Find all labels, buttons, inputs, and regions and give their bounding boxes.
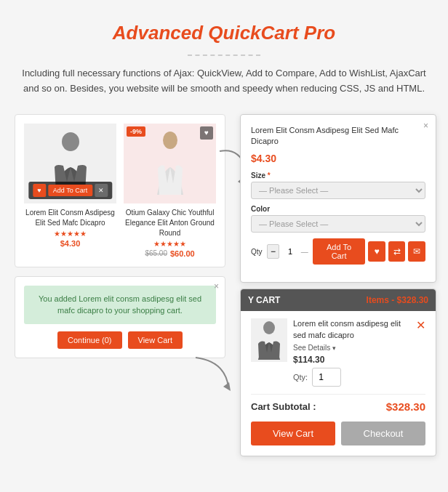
product-image-2: -9% ♥ bbox=[124, 124, 216, 203]
cart-divider bbox=[251, 394, 425, 395]
product-card-2: -9% ♥ Otium Galaxy Chic Youthful Eleganc… bbox=[124, 124, 216, 258]
quickview-compare-button[interactable]: ⇄ bbox=[388, 241, 406, 262]
quickview-panel: × Lorem Elit Consm Asdipesg Elit Sed Maf… bbox=[240, 114, 436, 283]
wishlist-icon-2[interactable]: ♥ bbox=[200, 126, 213, 140]
see-details-link[interactable]: See Details ▾ bbox=[293, 344, 410, 352]
qty-minus-button[interactable]: − bbox=[267, 244, 280, 259]
svg-point-1 bbox=[163, 132, 177, 149]
color-select[interactable]: — Please Select — bbox=[251, 215, 425, 233]
product-price-new-2: $60.00 bbox=[170, 249, 195, 258]
cart-subtotal-label: Cart Subtotal : bbox=[251, 401, 316, 412]
svg-point-0 bbox=[62, 132, 79, 151]
product-card-1: ♥ Add To Cart ✕ Lorem Elit Consm Asdipes… bbox=[24, 124, 116, 258]
product-name-1: Lorem Elit Consm Asdipesg Elit Sed Mafc … bbox=[24, 208, 116, 228]
add-to-cart-button-1[interactable]: Add To Cart bbox=[48, 185, 92, 196]
page-title: Advanced QuickCart Pro bbox=[113, 22, 335, 44]
add-to-cart-bar: ♥ Add To Cart ✕ bbox=[28, 182, 112, 199]
sale-badge: -9% bbox=[127, 126, 145, 137]
cart-qty-input[interactable] bbox=[312, 368, 341, 387]
left-column: ♥ Add To Cart ✕ Lorem Elit Consm Asdipes… bbox=[15, 114, 225, 358]
chevron-down-icon: ▾ bbox=[332, 344, 336, 352]
demo-area: ♥ Add To Cart ✕ Lorem Elit Consm Asdipes… bbox=[15, 114, 433, 457]
svg-marker-3 bbox=[223, 382, 231, 391]
quickview-title: Lorem Elit Consm Asdipesg Elit Sed Mafc … bbox=[251, 125, 425, 148]
size-select[interactable]: — Please Select — bbox=[251, 182, 425, 199]
cart-item-name: Lorem elit consm asdipesg elit sed mafc … bbox=[293, 318, 410, 341]
notification-panel: × You added Lorem elit consm asdipesg el… bbox=[15, 276, 225, 358]
quickview-wishlist-button[interactable]: ♥ bbox=[368, 241, 385, 262]
cart-items-count: Items - $328.30 bbox=[367, 295, 428, 305]
cart-header-title: Y CART bbox=[248, 295, 280, 305]
product-price-1: $4.30 bbox=[60, 239, 81, 248]
size-label: Size * bbox=[251, 172, 425, 180]
view-cart-main-button[interactable]: View Cart bbox=[251, 422, 335, 445]
cart-item-figure bbox=[255, 320, 284, 360]
product-price-old-2: $65.00 bbox=[145, 249, 167, 257]
qty-label: Qty bbox=[251, 248, 263, 256]
title-plain: Advanced bbox=[113, 22, 209, 44]
wishlist-button-1[interactable]: ♥ bbox=[33, 184, 46, 197]
cart-remove-button[interactable]: ✕ bbox=[416, 318, 425, 332]
quickview-add-to-cart[interactable]: Add To Cart bbox=[313, 238, 366, 265]
title-styled: QuickCart Pro bbox=[208, 22, 335, 44]
color-label: Color bbox=[251, 205, 425, 213]
quickview-email-button[interactable]: ✉ bbox=[408, 241, 425, 262]
cart-item-image bbox=[251, 318, 287, 362]
product-name-2: Otium Galaxy Chic Youthful Elegance Elit… bbox=[124, 208, 216, 238]
view-cart-small-button[interactable]: View Cart bbox=[128, 331, 183, 349]
title-divider bbox=[188, 55, 260, 56]
product-stars-1: ★★★★★ bbox=[54, 230, 87, 238]
cart-action-buttons: View Cart Checkout bbox=[251, 422, 425, 445]
arrow-to-cart bbox=[188, 350, 239, 401]
cart-qty-label: Qty: bbox=[293, 373, 308, 382]
cart-panel: Y CART Items - $328.30 Lorem elit consm … bbox=[240, 289, 436, 456]
quickview-price: $4.30 bbox=[251, 153, 425, 164]
products-panel: ♥ Add To Cart ✕ Lorem Elit Consm Asdipes… bbox=[15, 114, 225, 267]
quickview-close[interactable]: × bbox=[423, 121, 428, 131]
svg-point-4 bbox=[263, 321, 275, 334]
qty-value: 1 bbox=[284, 247, 296, 256]
product-figure-2 bbox=[148, 131, 192, 196]
notification-close[interactable]: × bbox=[214, 281, 219, 291]
notification-message: You added Lorem elit consm asdipesg elit… bbox=[24, 286, 216, 324]
product-image-1: ♥ Add To Cart ✕ bbox=[24, 124, 116, 203]
close-atc-button-1[interactable]: ✕ bbox=[95, 184, 108, 197]
quickview-action-buttons: Add To Cart ♥ ⇄ ✉ bbox=[313, 238, 425, 265]
cart-item-details: Lorem elit consm asdipesg elit sed mafc … bbox=[293, 318, 410, 387]
product-stars-2: ★★★★★ bbox=[153, 240, 186, 248]
checkout-button[interactable]: Checkout bbox=[341, 422, 425, 445]
continue-button[interactable]: Continue (0) bbox=[57, 331, 122, 349]
cart-subtotal-value: $328.30 bbox=[386, 400, 425, 413]
cart-item-price: $114.30 bbox=[293, 355, 410, 365]
cart-qty-row: Qty: bbox=[293, 368, 410, 387]
cart-item-row: Lorem elit consm asdipesg elit sed mafc … bbox=[251, 318, 425, 387]
qty-separator: — bbox=[301, 248, 308, 256]
qty-row: Qty − 1 — Add To Cart ♥ ⇄ ✉ bbox=[251, 238, 425, 265]
cart-subtotal-row: Cart Subtotal : $328.30 bbox=[251, 400, 425, 413]
notification-buttons: Continue (0) View Cart bbox=[24, 331, 216, 349]
cart-header: Y CART Items - $328.30 bbox=[241, 289, 436, 311]
page-description: Including full necessary functions of Aj… bbox=[20, 66, 428, 97]
right-column: × Lorem Elit Consm Asdipesg Elit Sed Maf… bbox=[233, 114, 436, 457]
